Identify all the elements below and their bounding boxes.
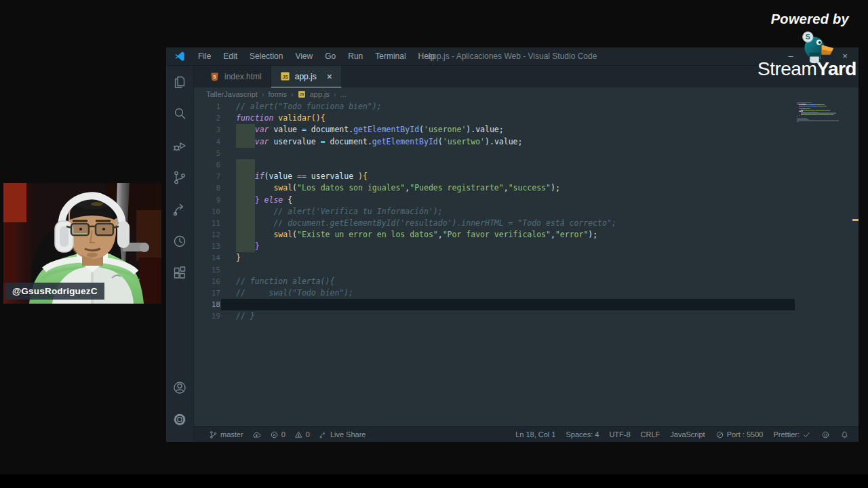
code-text	[220, 264, 236, 276]
indent-guide-tint	[236, 159, 255, 171]
line-number: 14	[194, 252, 220, 264]
menu-view[interactable]: View	[289, 52, 319, 61]
status-port[interactable]: Port : 5500	[715, 430, 764, 439]
activity-search[interactable]	[166, 98, 193, 129]
code-text: // swal("Todo bien");	[220, 287, 353, 299]
code-line[interactable]: 1// alert("Todo funciona bien");	[194, 101, 859, 113]
status-errors[interactable]: 0	[270, 430, 285, 439]
status-label: Live Share	[330, 430, 366, 439]
tab-app-js[interactable]: JSapp.js×	[271, 66, 342, 87]
svg-text:5: 5	[214, 74, 216, 79]
status-notifications[interactable]	[840, 430, 849, 439]
svg-text:JS: JS	[282, 75, 288, 79]
close-icon[interactable]: ×	[327, 71, 332, 82]
minimap[interactable]	[797, 102, 839, 122]
webcam-handle-label: @GsusRodriguezC	[5, 283, 104, 300]
bell-icon	[840, 430, 849, 439]
line-number: 9	[194, 195, 220, 206]
activity-live-share[interactable]	[166, 193, 193, 225]
code-text: } else {	[220, 195, 292, 206]
line-number: 1	[194, 101, 220, 113]
activity-bottom	[166, 371, 193, 442]
activity-account[interactable]	[166, 371, 193, 403]
activity-source-control[interactable]	[166, 161, 193, 193]
tab-index-html[interactable]: 5index.html	[201, 66, 271, 87]
code-line[interactable]: 13 }	[194, 241, 859, 252]
line-number: 17	[194, 287, 220, 299]
menu-go[interactable]: Go	[319, 52, 342, 61]
html-icon: 5	[210, 72, 220, 82]
code-line[interactable]: 19// }	[194, 310, 859, 322]
status-label: UTF-8	[609, 430, 630, 439]
status-live-share[interactable]: Live Share	[319, 430, 366, 439]
code-line[interactable]: 17// swal("Todo bien");	[194, 287, 859, 299]
code-text: // document.getElementById('resultado').…	[220, 218, 616, 229]
breadcrumb-item[interactable]: TallerJavascript	[206, 90, 258, 98]
menu-run[interactable]: Run	[342, 52, 369, 61]
code-line[interactable]: 3 var value = document.getElementById('u…	[194, 124, 859, 136]
code-line[interactable]: 7 if(value == uservalue ){	[194, 171, 859, 182]
line-number: 19	[194, 310, 220, 322]
breadcrumb-item[interactable]: ...	[340, 90, 347, 98]
status-cursor-position[interactable]: Ln 18, Col 1	[515, 430, 555, 439]
code-line[interactable]: 16// function alerta(){	[194, 276, 859, 287]
powered-by-text: Powered by	[771, 12, 849, 27]
line-number: 4	[194, 136, 220, 148]
menu-terminal[interactable]: Terminal	[369, 52, 412, 61]
status-warnings[interactable]: 0	[294, 430, 310, 439]
code-line[interactable]: 4 var uservalue = document.getElementByI…	[194, 136, 859, 148]
code-text: swal("Existe un error en los datos","Por…	[220, 229, 597, 241]
line-number: 6	[194, 159, 220, 171]
status-language[interactable]: JavaScript	[670, 430, 705, 439]
live-share-icon	[319, 430, 328, 439]
letterbox-bar	[0, 474, 868, 488]
activity-history[interactable]	[166, 225, 193, 257]
code-line[interactable]: 12 swal("Existe un error en los datos","…	[194, 229, 859, 241]
code-line[interactable]: 11 // document.getElementById('resultado…	[194, 218, 859, 229]
code-line[interactable]: 14}	[194, 252, 859, 264]
code-line[interactable]: 9 } else {	[194, 195, 859, 206]
status-feedback[interactable]	[821, 430, 830, 439]
warning-icon	[294, 430, 303, 439]
tab-label: app.js	[295, 72, 317, 81]
status-publish[interactable]	[252, 430, 261, 439]
code-line[interactable]: 10 // alert('Verifica tu Información');	[194, 206, 859, 218]
activity-extensions[interactable]	[166, 257, 193, 289]
code-line[interactable]: 15	[194, 264, 859, 276]
breadcrumb-item[interactable]: app.js	[310, 90, 330, 98]
tab-label: index.html	[224, 72, 262, 81]
status-eol[interactable]: CRLF	[641, 430, 660, 439]
breadcrumb-separator: ›	[291, 90, 294, 98]
editor[interactable]: 1// alert("Todo funciona bien");2functio…	[194, 101, 859, 426]
status-indentation[interactable]: Spaces: 4	[566, 430, 599, 439]
code-text: swal("Los datos son iguales","Puedes reg…	[220, 182, 560, 194]
menu-edit[interactable]: Edit	[217, 52, 243, 61]
explorer-icon	[172, 74, 188, 90]
statusbar: master00Live Share Ln 18, Col 1Spaces: 4…	[194, 426, 859, 442]
status-encoding[interactable]: UTF-8	[609, 430, 630, 439]
activity-settings[interactable]	[166, 403, 193, 435]
code-text: // alert("Todo funciona bien");	[220, 101, 382, 113]
code-line[interactable]: 18	[194, 299, 859, 310]
code-text: }	[220, 252, 241, 264]
code-line[interactable]: 6	[194, 159, 859, 171]
line-number: 3	[194, 124, 220, 136]
code-line[interactable]: 2function validar(){	[194, 113, 859, 124]
menu-file[interactable]: File	[192, 52, 217, 61]
status-prettier[interactable]: Prettier:	[773, 430, 811, 439]
menu-selection[interactable]: Selection	[243, 52, 289, 61]
circle-slash-icon	[715, 430, 724, 439]
status-label: Ln 18, Col 1	[515, 430, 555, 439]
line-number: 10	[194, 206, 220, 218]
code-line[interactable]: 5	[194, 148, 859, 159]
code-text: // alert('Verifica tu Información');	[220, 206, 443, 218]
status-branch[interactable]: master	[209, 430, 243, 439]
activity-explorer[interactable]	[166, 66, 193, 98]
line-number: 5	[194, 148, 220, 159]
code-line[interactable]: 8 swal("Los datos son iguales","Puedes r…	[194, 182, 859, 194]
activity-run-debug[interactable]	[166, 129, 193, 161]
menubar: FileEditSelectionViewGoRunTerminalHelp	[192, 52, 441, 61]
source-control-icon	[172, 169, 188, 186]
window-title: app.js - Aplicaciones Web - Visual Studi…	[428, 52, 597, 61]
breadcrumb-item[interactable]: forms	[268, 90, 287, 98]
